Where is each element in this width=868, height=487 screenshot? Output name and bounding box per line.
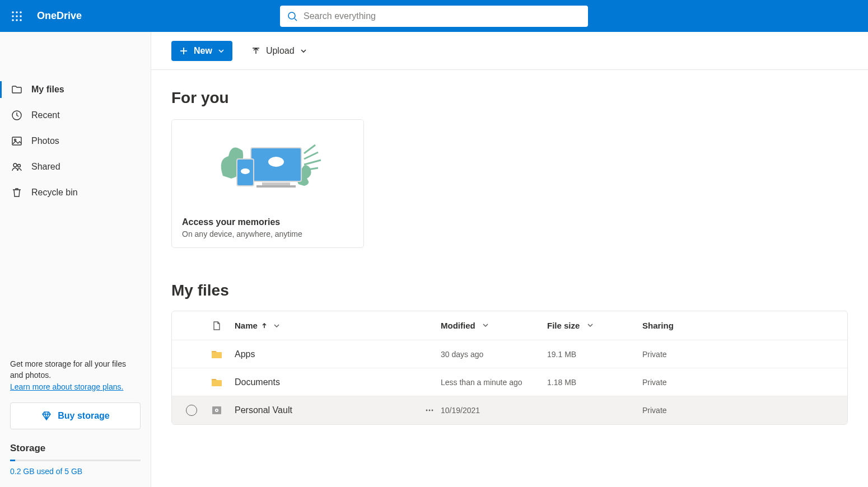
column-sharing[interactable]: Sharing xyxy=(642,321,726,330)
toolbar: New Upload xyxy=(151,32,868,70)
upload-button[interactable]: Upload xyxy=(246,41,312,61)
new-button[interactable]: New xyxy=(171,41,232,61)
svg-line-10 xyxy=(295,18,297,21)
table-header: Name Modified File size Sharing xyxy=(172,311,847,340)
file-table: Name Modified File size Sharing xyxy=(171,311,848,425)
search-container xyxy=(280,6,588,27)
sidebar-item-my-files[interactable]: My files xyxy=(0,77,151,102)
photo-icon xyxy=(11,135,22,147)
folder-icon xyxy=(11,84,22,95)
sidebar-item-label: My files xyxy=(31,85,64,95)
memories-card[interactable]: Access your memories On any device, anyw… xyxy=(171,119,364,248)
shared-icon xyxy=(11,161,22,172)
chevron-down-icon xyxy=(273,322,280,329)
column-modified[interactable]: Modified xyxy=(441,321,547,330)
card-subtitle: On any device, anywhere, anytime xyxy=(182,230,353,238)
storage-plans-link[interactable]: Learn more about storage plans. xyxy=(10,382,123,391)
sidebar-item-label: Recent xyxy=(31,110,60,120)
sidebar: My files Recent Photos Shared xyxy=(0,32,151,487)
svg-rect-20 xyxy=(256,185,296,188)
svg-point-3 xyxy=(12,15,14,17)
folder-icon xyxy=(206,376,228,388)
storage-usage-link[interactable]: 0.2 GB used of 5 GB xyxy=(10,467,141,476)
my-files-title: My files xyxy=(171,282,848,299)
recent-icon xyxy=(11,110,22,121)
vault-icon xyxy=(206,404,228,416)
sidebar-item-recycle-bin[interactable]: Recycle bin xyxy=(0,180,151,205)
card-title: Access your memories xyxy=(182,217,353,227)
svg-point-14 xyxy=(13,163,17,167)
file-sharing: Private xyxy=(642,350,726,359)
sort-asc-icon xyxy=(261,322,268,329)
svg-point-2 xyxy=(20,11,22,13)
app-launcher-button[interactable] xyxy=(7,6,27,26)
svg-rect-19 xyxy=(262,182,290,185)
svg-point-7 xyxy=(16,19,18,21)
svg-point-29 xyxy=(432,410,433,411)
folder-icon xyxy=(206,348,228,360)
row-select[interactable] xyxy=(178,405,206,416)
svg-point-8 xyxy=(20,19,22,21)
svg-point-21 xyxy=(268,157,284,167)
file-modified: 10/19/2021 xyxy=(441,406,547,415)
buy-storage-label: Buy storage xyxy=(58,411,109,421)
svg-point-28 xyxy=(429,410,431,411)
file-modified: Less than a minute ago xyxy=(441,378,547,387)
more-actions-button[interactable] xyxy=(418,406,441,415)
sidebar-item-photos[interactable]: Photos xyxy=(0,128,151,154)
file-name: Apps xyxy=(228,349,418,359)
storage-promo-text: Get more storage for all your files and … xyxy=(10,358,141,381)
svg-rect-12 xyxy=(12,137,21,145)
chevron-down-icon xyxy=(300,48,307,54)
sidebar-item-recent[interactable]: Recent xyxy=(0,102,151,128)
sidebar-item-label: Recycle bin xyxy=(31,188,78,198)
waffle-icon xyxy=(11,11,22,22)
file-modified: 30 days ago xyxy=(441,350,547,359)
more-icon xyxy=(425,406,434,415)
memories-illustration xyxy=(172,120,363,209)
svg-point-1 xyxy=(16,11,18,13)
svg-point-6 xyxy=(12,19,14,21)
svg-point-23 xyxy=(241,168,250,174)
table-row[interactable]: Documents Less than a minute ago 1.18 MB… xyxy=(172,368,847,396)
upload-icon xyxy=(251,46,260,55)
sidebar-item-label: Shared xyxy=(31,162,60,172)
search-icon xyxy=(287,11,298,22)
diamond-icon xyxy=(41,410,52,422)
svg-point-5 xyxy=(20,15,22,17)
sidebar-item-shared[interactable]: Shared xyxy=(0,154,151,180)
file-size: 1.18 MB xyxy=(547,378,642,387)
table-row[interactable]: Personal Vault 10/19/2021 Private xyxy=(172,396,847,424)
plus-icon xyxy=(179,46,188,55)
svg-point-27 xyxy=(426,410,428,411)
upload-label: Upload xyxy=(266,46,295,56)
svg-point-15 xyxy=(18,165,21,167)
svg-point-0 xyxy=(12,11,14,13)
file-icon xyxy=(206,321,228,331)
trash-icon xyxy=(11,187,22,198)
chevron-down-icon xyxy=(218,48,225,54)
app-title[interactable]: OneDrive xyxy=(37,10,82,22)
column-name[interactable]: Name xyxy=(228,321,418,330)
nav-list: My files Recent Photos Shared xyxy=(0,77,151,205)
file-sharing: Private xyxy=(642,378,726,387)
table-row[interactable]: Apps 30 days ago 19.1 MB Private xyxy=(172,340,847,368)
file-size: 19.1 MB xyxy=(547,350,642,359)
column-size[interactable]: File size xyxy=(547,321,642,330)
svg-point-4 xyxy=(16,15,18,17)
file-name: Personal Vault xyxy=(228,405,418,415)
svg-point-26 xyxy=(216,410,217,411)
sidebar-bottom: Get more storage for all your files and … xyxy=(0,358,151,487)
chevron-down-icon xyxy=(587,322,594,329)
new-label: New xyxy=(194,46,212,56)
search-input[interactable] xyxy=(280,6,588,27)
header: OneDrive xyxy=(0,0,868,32)
buy-storage-button[interactable]: Buy storage xyxy=(10,402,141,429)
storage-heading: Storage xyxy=(10,443,141,454)
chevron-down-icon xyxy=(482,322,489,329)
main: New Upload For you xyxy=(151,32,868,487)
svg-point-13 xyxy=(15,139,16,141)
for-you-title: For you xyxy=(171,89,848,107)
file-sharing: Private xyxy=(642,406,726,415)
storage-bar xyxy=(10,460,141,461)
